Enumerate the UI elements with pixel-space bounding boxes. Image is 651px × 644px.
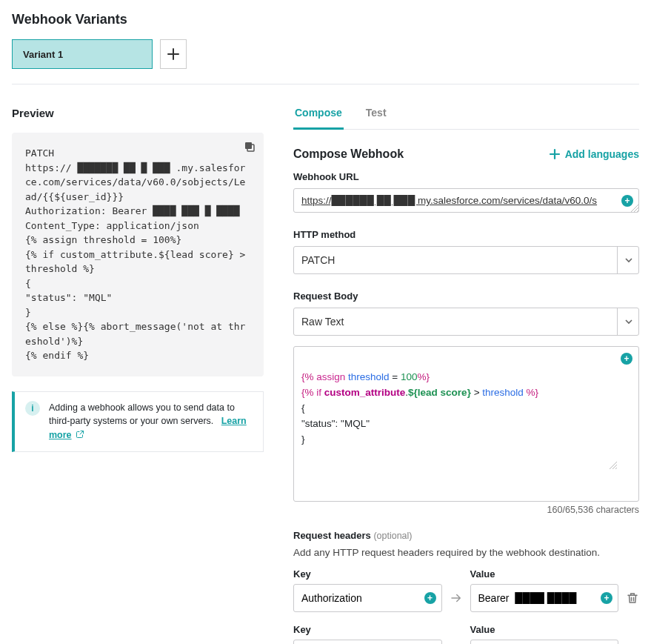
info-icon: i [25,401,40,416]
http-method-label: HTTP method [293,229,639,240]
add-languages-label: Add languages [565,148,639,160]
divider [12,84,639,84]
code-token: { [301,402,305,414]
info-text: Adding a webhook allows you to send data… [49,402,235,427]
code-token: threshold [482,387,524,398]
resize-handle-icon [610,431,638,501]
code-token: ${lead score} [408,387,471,398]
tabs: Compose Test [293,107,639,130]
arrow-right-icon [450,591,463,612]
add-personalization-icon[interactable]: + [621,195,633,207]
compose-title: Compose Webhook [293,147,404,161]
preview-box: PATCH https:// ███████ ██ █ ███ .my.sale… [12,133,264,376]
plus-icon [549,148,561,160]
request-body-label: Request Body [293,291,639,302]
code-token: 100 [401,371,418,382]
info-callout: i Adding a webhook allows you to send da… [12,391,264,452]
header-key-label: Key [293,624,442,635]
svg-rect-1 [245,142,252,149]
code-token: > [471,387,482,398]
header-row: Key + Value + [293,568,639,612]
header-value-input[interactable] [470,640,619,644]
plus-icon [167,48,179,60]
request-headers-subtext: Add any HTTP request headers required by… [293,547,639,558]
char-count: 160/65,536 characters [293,505,639,515]
request-body-editor[interactable]: {% assign threshold = 100%} {% if custom… [293,346,639,502]
code-token: {% [301,371,316,382]
request-headers-label: Request headers (optional) [293,530,639,541]
delete-header-button[interactable] [626,591,639,612]
preview-heading: Preview [12,107,264,119]
variant-tab-1[interactable]: Variant 1 [12,39,153,69]
request-headers-label-text: Request headers [293,530,371,541]
code-token: custom_attribute [324,387,406,398]
preview-text: PATCH https:// ███████ ██ █ ███ .my.sale… [25,146,250,363]
add-languages-button[interactable]: Add languages [549,148,639,160]
copy-icon[interactable] [243,140,256,153]
page-title: Webhook Variants [12,12,639,27]
header-value-label: Value [470,624,619,635]
code-token: {% [301,387,316,398]
add-personalization-icon[interactable]: + [601,592,612,604]
header-value-input[interactable] [470,584,619,612]
code-token: "status": "MQL" [301,418,370,429]
request-body-type-select[interactable]: Raw Text [293,308,639,336]
optional-text: (optional) [373,531,412,541]
header-key-input[interactable] [293,640,442,644]
code-token: } [301,434,305,445]
header-value-label: Value [470,568,619,580]
code-token: %} [418,371,430,382]
add-personalization-icon[interactable]: + [424,592,436,604]
external-link-icon [73,430,84,440]
code-token: threshold [348,371,390,382]
code-token: if [316,387,321,398]
add-variant-button[interactable] [160,39,187,69]
tab-compose[interactable]: Compose [293,107,344,130]
tab-test[interactable]: Test [364,107,388,130]
http-method-select[interactable]: PATCH [293,246,639,274]
code-token: assign [316,371,345,382]
header-row: Key + Value + [293,624,639,644]
variants-row: Variant 1 [12,39,639,69]
webhook-url-input[interactable] [293,188,639,213]
header-key-label: Key [293,568,442,580]
webhook-url-label: Webhook URL [293,171,639,182]
add-personalization-icon[interactable]: + [621,353,632,365]
code-token: = [390,371,401,382]
header-key-input[interactable] [293,584,442,612]
code-token: %} [527,387,539,398]
